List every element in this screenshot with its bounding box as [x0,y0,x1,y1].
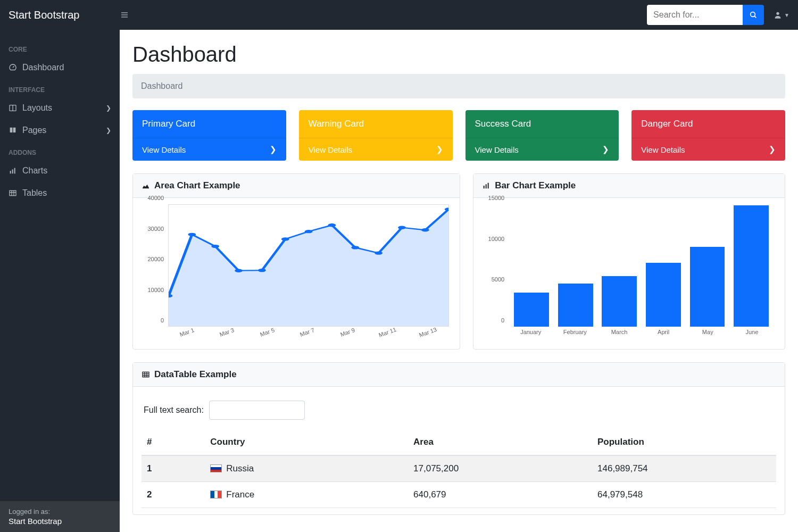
stat-card-link-label: View Details [142,145,186,154]
cell-area: 640,679 [408,482,592,508]
chevron-right-icon: ❯ [769,145,776,154]
stat-card-title: Warning Card [299,110,453,138]
table-icon [9,189,17,197]
main-content: Dashboard Dashboard Primary Card View De… [120,30,798,532]
sidebar-toggle-button[interactable] [115,6,134,24]
stat-card-row: Primary Card View Details ❯ Warning Card… [132,110,785,161]
stat-card-link[interactable]: View Details ❯ [299,138,453,161]
svg-line-6 [13,66,14,68]
datatable-header-country[interactable]: Country [205,429,408,455]
svg-point-19 [235,269,243,272]
cell-country: Russia [205,455,408,482]
breadcrumb: Dashboard [132,74,785,98]
stat-card-link[interactable]: View Details ❯ [132,138,286,161]
user-menu[interactable]: ▼ [774,11,789,19]
sidebar-footer-label: Logged in as: [9,508,111,516]
sidebar-item-label: Charts [22,166,47,176]
sidebar-heading-core: CORE [0,38,120,56]
datatable-header-area[interactable]: Area [408,429,592,455]
chart-icon [9,167,17,175]
sidebar-heading-interface: INTERFACE [0,79,120,97]
bars-icon [120,11,129,19]
y-tick: 0 [161,317,164,323]
search-button[interactable] [743,5,764,25]
svg-point-28 [445,207,448,211]
y-tick: 30000 [147,226,164,232]
bar-chart: 050001000015000 JanuaryFebruaryMarchApri… [482,204,776,343]
area-chart-panel: Area Chart Example 010000200003000040000… [132,173,460,350]
svg-rect-31 [488,183,489,189]
y-tick: 40000 [147,195,164,201]
svg-point-17 [188,233,196,236]
x-tick: April [642,329,686,343]
svg-point-22 [305,230,313,233]
sidebar-item-pages[interactable]: Pages ❯ [0,119,120,142]
sidebar-item-charts[interactable]: Charts [0,160,120,182]
chart-panel-row: Area Chart Example 010000200003000040000… [132,173,785,350]
sidebar-item-label: Tables [22,188,47,198]
cell-idx: 2 [142,482,205,508]
svg-rect-11 [14,168,15,174]
bar [602,276,637,327]
brand[interactable]: Start Bootstrap [9,9,115,21]
panel-header: Bar Chart Example [473,174,785,198]
table-row: 2France640,67964,979,548 [142,482,776,508]
x-tick: January [509,329,553,343]
sidebar-item-label: Dashboard [22,63,64,72]
chevron-right-icon: ❯ [602,145,609,154]
cell-country: France [205,482,408,508]
area-chart-icon [142,181,150,190]
bar-chart-panel: Bar Chart Example 050001000015000 Januar… [473,173,785,350]
datatable-header-population[interactable]: Population [592,429,776,455]
sidebar-item-tables[interactable]: Tables [0,182,120,204]
svg-point-20 [258,269,266,272]
stat-card-primary: Primary Card View Details ❯ [132,110,286,161]
search-input[interactable] [647,5,743,25]
datatable-search-label: Full text search: [144,405,204,415]
datatable: # Country Area Population 1Russia17,075,… [142,429,776,508]
breadcrumb-item: Dashboard [141,81,182,90]
bar [690,247,725,327]
sidebar-item-layouts[interactable]: Layouts ❯ [0,97,120,119]
datatable-header-idx[interactable]: # [142,429,205,455]
stat-card-title: Danger Card [631,110,785,138]
stat-card-title: Success Card [466,110,619,138]
chevron-right-icon: ❯ [106,127,111,134]
svg-point-26 [398,226,406,229]
stat-card-success: Success Card View Details ❯ [466,110,619,161]
datatable-search-input[interactable] [209,401,305,420]
x-tick: March [597,329,641,343]
svg-rect-30 [486,184,487,188]
svg-point-5 [776,12,779,15]
stat-card-link[interactable]: View Details ❯ [466,138,619,161]
svg-point-21 [281,237,289,240]
cell-idx: 1 [142,455,205,482]
datatable-panel: DataTable Example Full text search: # Co… [132,362,785,515]
svg-rect-12 [10,190,16,195]
cell-area: 17,075,200 [408,455,592,482]
cell-population: 64,979,548 [592,482,776,508]
sidebar-item-dashboard[interactable]: Dashboard [0,56,120,79]
caret-down-icon: ▼ [784,12,789,18]
search-icon [749,11,758,19]
stat-card-title: Primary Card [132,110,286,138]
panel-title: DataTable Example [154,369,237,380]
stat-card-warning: Warning Card View Details ❯ [299,110,453,161]
svg-point-3 [751,12,755,17]
svg-rect-29 [484,186,485,188]
y-tick: 0 [501,317,504,323]
stat-card-link-label: View Details [309,145,352,154]
svg-rect-10 [12,169,13,173]
sidebar-heading-addons: ADDONS [0,142,120,160]
cell-population: 146,989,754 [592,455,776,482]
datatable-search: Full text search: [142,393,776,429]
stat-card-link-label: View Details [641,145,685,154]
table-row: 1Russia17,075,200146,989,754 [142,455,776,482]
svg-rect-9 [10,171,11,173]
y-tick: 20000 [147,256,164,262]
stat-card-link[interactable]: View Details ❯ [631,138,785,161]
columns-icon [9,104,17,112]
search-form [647,5,764,25]
svg-point-18 [211,245,219,248]
svg-point-24 [351,246,359,249]
